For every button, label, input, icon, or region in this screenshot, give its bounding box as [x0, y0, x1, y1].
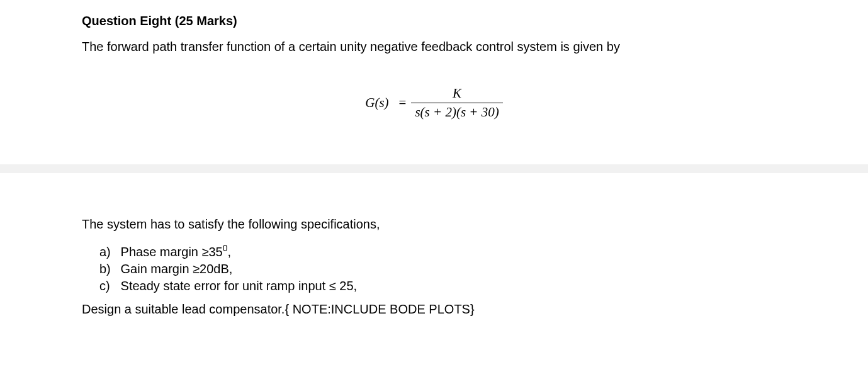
- spec-text: Steady state error for unit ramp input ≤…: [121, 279, 358, 293]
- question-title: Question Eight (25 Marks): [82, 14, 786, 28]
- design-instruction: Design a suitable lead compensator.{ NOT…: [82, 302, 786, 317]
- spec-text-post: ,: [228, 245, 232, 259]
- spec-item-c: c) Steady state error for unit ramp inpu…: [99, 279, 786, 293]
- spec-label: b): [99, 262, 117, 276]
- equation-numerator: K: [449, 86, 465, 103]
- equation-denominator: s(s + 2)(s + 30): [411, 103, 502, 120]
- spec-text: Gain margin ≥20dB,: [121, 262, 233, 276]
- page-divider: [0, 164, 868, 173]
- question-content: Question Eight (25 Marks) The forward pa…: [0, 0, 868, 120]
- equation-lhs: G(s): [365, 95, 388, 111]
- spec-list: a) Phase margin ≥350, b) Gain margin ≥20…: [99, 243, 786, 293]
- equation-equals: =: [399, 95, 407, 111]
- spec-label: c): [99, 279, 117, 293]
- question-intro: The forward path transfer function of a …: [82, 40, 786, 54]
- spec-item-a: a) Phase margin ≥350,: [99, 243, 786, 259]
- spec-intro: The system has to satisfy the following …: [82, 217, 786, 232]
- spec-item-b: b) Gain margin ≥20dB,: [99, 262, 786, 276]
- spec-label: a): [99, 245, 117, 259]
- equation-fraction: K s(s + 2)(s + 30): [411, 86, 502, 120]
- equation: G(s) = K s(s + 2)(s + 30): [82, 86, 786, 120]
- specifications-content: The system has to satisfy the following …: [0, 217, 868, 317]
- spec-sup: 0: [223, 243, 228, 253]
- spec-text: Phase margin ≥35: [121, 245, 223, 259]
